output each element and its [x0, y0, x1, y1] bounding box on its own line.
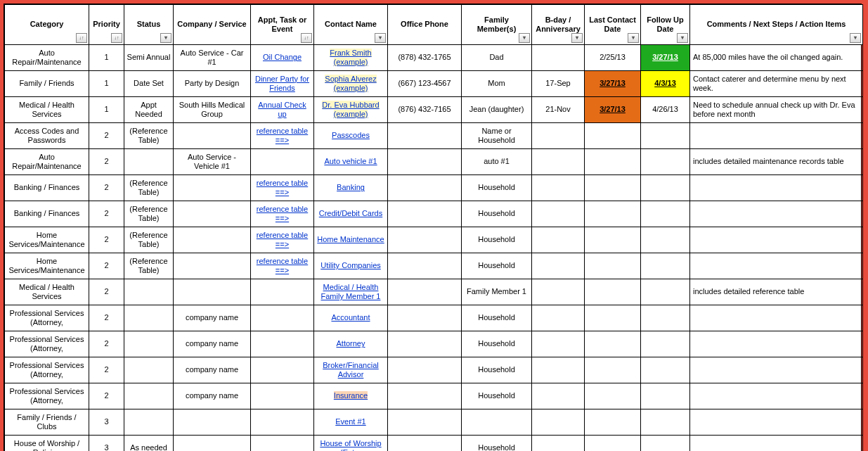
cell: (876) 432-7165: [388, 97, 462, 123]
cell: [690, 175, 863, 201]
cell: [641, 123, 690, 149]
cell: [585, 305, 641, 331]
cell: 2/25/13: [585, 45, 641, 71]
cell-link[interactable]: Utility Companies: [320, 261, 381, 269]
table-row: Home Services/Maintenance2(Reference Tab…: [5, 227, 863, 253]
cell: [124, 383, 174, 409]
cell-link[interactable]: Annual Check up: [258, 101, 306, 118]
cell: Professional Services (Attorney,: [5, 331, 89, 357]
filter-icon[interactable]: [111, 33, 122, 43]
cell: [388, 436, 462, 452]
table-row: Banking / Finances2(Reference Table)refe…: [5, 175, 863, 201]
cell-link[interactable]: Auto vehicle #1: [324, 157, 377, 165]
cell: Family / Friends: [5, 71, 89, 97]
cell: Annual Check up: [251, 97, 314, 123]
filter-icon[interactable]: [301, 33, 312, 43]
header-row: Category Priority Status Company / Servi…: [5, 5, 863, 45]
cell: [641, 175, 690, 201]
cell: [251, 149, 314, 175]
cell-link[interactable]: Banking: [337, 183, 365, 191]
cell-link[interactable]: reference table ==>: [257, 257, 308, 274]
filter-icon[interactable]: [375, 33, 386, 43]
cell-link[interactable]: Medical / Health Family Member 1: [321, 283, 381, 300]
cell: [532, 253, 585, 279]
cell: Banking / Finances: [5, 175, 89, 201]
cell-link[interactable]: reference table ==>: [257, 205, 308, 222]
cell: [641, 279, 690, 305]
cell-link[interactable]: Attorney: [337, 339, 365, 348]
cell-link[interactable]: Credit/Debit Cards: [319, 209, 382, 217]
cell-link[interactable]: Home Maintenance: [317, 235, 384, 243]
cell: Household: [462, 436, 532, 452]
cell-link[interactable]: reference table ==>: [257, 179, 308, 196]
cell: 1: [89, 71, 124, 97]
cell: Professional Services (Attorney,: [5, 305, 89, 331]
cell: Attorney: [314, 331, 388, 357]
cell-link[interactable]: Broker/Financial Advisor: [323, 361, 378, 379]
cell: [690, 253, 863, 279]
cell-link[interactable]: Event #1: [335, 417, 365, 426]
cell-link[interactable]: House of Worship (Enter: [320, 439, 381, 451]
cell-link[interactable]: reference table ==>: [257, 127, 308, 144]
cell-link[interactable]: reference table ==>: [257, 231, 308, 248]
cell: 2: [89, 123, 124, 149]
table-row: Medical / Health Services1Appt NeededSou…: [5, 97, 863, 123]
cell: [641, 149, 690, 175]
cell: [585, 149, 641, 175]
cell: [532, 383, 585, 409]
cell: company name: [174, 305, 251, 331]
cell-link[interactable]: Passcodes: [332, 131, 370, 139]
cell-link[interactable]: Frank Smith (example): [330, 49, 371, 66]
cell: [174, 253, 251, 279]
cell: [388, 409, 462, 436]
filter-icon[interactable]: [160, 33, 171, 43]
cell: [388, 123, 462, 149]
filter-icon[interactable]: [850, 33, 861, 43]
cell: Dinner Party for Friends: [251, 71, 314, 97]
cell: [585, 409, 641, 436]
table-row: Professional Services (Attorney,2company…: [5, 331, 863, 357]
cell: [251, 331, 314, 357]
filter-icon[interactable]: [571, 33, 583, 43]
cell: [174, 175, 251, 201]
cell-link[interactable]: Dr. Eva Hubbard (example): [322, 101, 379, 118]
col-family: Family Member(s): [462, 5, 532, 45]
cell: reference table ==>: [251, 253, 314, 279]
cell: [585, 331, 641, 357]
cell: [388, 383, 462, 409]
cell: [388, 331, 462, 357]
cell: 2: [89, 305, 124, 331]
cell: [641, 357, 690, 383]
cell: Semi Annual: [124, 45, 174, 71]
cell: Professional Services (Attorney,: [5, 357, 89, 383]
cell-link[interactable]: Sophia Alverez (example): [325, 75, 376, 92]
cell: includes detailed maintenance records ta…: [690, 149, 863, 175]
cell-link[interactable]: Oil Change: [263, 53, 302, 61]
cell: [641, 436, 690, 452]
cell: 21-Nov: [532, 97, 585, 123]
cell: 4/3/13: [641, 71, 690, 97]
cell: 2: [89, 149, 124, 175]
cell: Medical / Health Services: [5, 97, 89, 123]
cell: Home Services/Maintenance: [5, 227, 89, 253]
filter-icon[interactable]: [677, 33, 688, 43]
cell-link[interactable]: Accountant: [331, 313, 370, 322]
filter-icon[interactable]: [519, 33, 530, 43]
table-row: Family / Friends1Date SetParty by Design…: [5, 71, 863, 97]
cell-link[interactable]: Dinner Party for Friends: [255, 75, 309, 92]
cell: Household: [462, 227, 532, 253]
cell: Household: [462, 357, 532, 383]
cell: [532, 175, 585, 201]
cell: [585, 436, 641, 452]
cell: [532, 357, 585, 383]
cell: [641, 201, 690, 227]
filter-icon[interactable]: [628, 33, 639, 43]
cell: 2: [89, 201, 124, 227]
cell: Need to schedule annual check up with Dr…: [690, 97, 863, 123]
cell: Auto Service - Vehicle #1: [174, 149, 251, 175]
filter-icon[interactable]: [76, 33, 87, 43]
cell: South Hills Medical Group: [174, 97, 251, 123]
cell-link[interactable]: Insurance: [334, 391, 368, 400]
cell: Passcodes: [314, 123, 388, 149]
cell: reference table ==>: [251, 123, 314, 149]
